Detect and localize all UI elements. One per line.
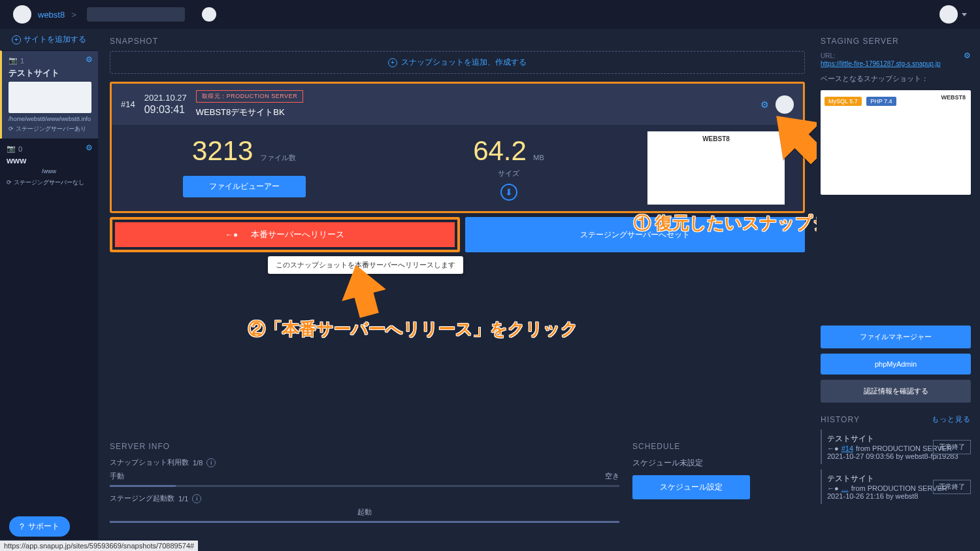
- files-label: ファイル数: [260, 154, 296, 161]
- snapshot-card[interactable]: #14 2021.10.27 09:03:41 取得元：PRODUCTION S…: [110, 82, 805, 213]
- staging-thumbnail: MySQL 5.7 PHP 7.4 WEBST8: [821, 90, 971, 195]
- size-unit: MB: [533, 154, 544, 161]
- snapshot-header: #14 2021.10.27 09:03:41 取得元：PRODUCTION S…: [112, 84, 803, 125]
- file-viewer-button[interactable]: ファイルビューアー: [183, 176, 306, 197]
- release-button[interactable]: ←● 本番サーバーへリリース: [115, 222, 455, 247]
- gear-icon[interactable]: ⚙: [86, 143, 93, 152]
- release-arrow-icon: ←●: [225, 230, 238, 239]
- breadcrumb-current-blurred: [87, 7, 185, 22]
- site-item-title: テストサイト: [8, 67, 91, 79]
- info-icon[interactable]: i: [192, 494, 201, 503]
- schedule-settings-button[interactable]: スケジュール設定: [632, 475, 750, 499]
- size-value: 64.2: [473, 135, 527, 166]
- history-section: HISTORY もっと見る テストサイト ←● #14 from PRODUCT…: [821, 414, 971, 504]
- breadcrumb-chevron: >: [71, 10, 76, 20]
- annotation-arrow-1: [771, 107, 817, 169]
- metric-size: 64.2 MBサイズ ⬇: [376, 125, 641, 211]
- gear-icon[interactable]: ⚙: [760, 99, 769, 110]
- url-label: URL:: [821, 52, 836, 59]
- label-boot: 起動: [110, 507, 619, 517]
- snapshot-id: #14: [121, 99, 135, 109]
- camera-count: 📷1: [8, 56, 91, 65]
- size-label: サイズ: [498, 169, 519, 177]
- app-logo-icon: [13, 5, 31, 24]
- gear-icon[interactable]: ⚙: [86, 55, 93, 64]
- history-label: HISTORY: [821, 415, 860, 424]
- annotation-text-2: ②「本番サーバーへリリース」をクリック: [248, 318, 578, 341]
- site-item-title: www: [7, 156, 91, 165]
- camera-icon: 📷: [8, 56, 18, 65]
- breadcrumb-site[interactable]: webst8: [38, 10, 65, 20]
- status-badge: 正常終了: [933, 440, 971, 454]
- base-snapshot-label: ベースとなるスナップショット：: [821, 74, 971, 84]
- snap-usage-val: 1/8: [193, 459, 203, 467]
- thumb-brand: WEBST8: [941, 94, 966, 101]
- history-arrow-icon: ←●: [827, 484, 839, 492]
- badge-mysql: MySQL 5.7: [825, 97, 862, 106]
- snapshot-body: 3213 ファイル数 ファイルビューアー 64.2 MBサイズ ⬇ WEBST8: [112, 125, 803, 211]
- phpmyadmin-button[interactable]: phpMyAdmin: [821, 354, 971, 375]
- history-link[interactable]: #14: [841, 444, 853, 452]
- add-site-button[interactable]: + サイトを追加する: [0, 29, 98, 50]
- schedule-label: SCHEDULE: [632, 442, 750, 451]
- staging-label: STAGING SERVER: [821, 37, 971, 46]
- snapshot-preview: WEBST8: [647, 131, 785, 205]
- label-empty: 空き: [605, 471, 619, 481]
- label-manual: 手動: [110, 471, 124, 481]
- support-button[interactable]: ? サポート: [9, 516, 70, 537]
- question-icon: ?: [20, 522, 24, 531]
- snapshot-date: 2021.10.27: [144, 93, 187, 103]
- staging-boot-val: 1/1: [178, 495, 188, 503]
- server-info-label: SERVER INFO: [110, 442, 619, 451]
- history-link[interactable]: …: [841, 484, 849, 492]
- user-menu-caret-icon[interactable]: [962, 13, 967, 16]
- history-item[interactable]: テストサイト ←● #14 from PRODUCTION SERVER 202…: [821, 429, 971, 464]
- file-manager-button[interactable]: ファイルマネージャー: [821, 326, 971, 348]
- history-item[interactable]: テストサイト ←● … from PRODUCTION SERVER 2021-…: [821, 469, 971, 504]
- release-label: 本番サーバーへリリース: [251, 229, 344, 241]
- info-icon[interactable]: i: [206, 458, 216, 467]
- site-item-test[interactable]: ⚙ 📷1 テストサイト /home/webst8/www/webst8.info…: [0, 50, 98, 139]
- site-thumbnail: [8, 82, 91, 113]
- svg-marker-1: [334, 259, 391, 321]
- user-avatar[interactable]: [939, 5, 958, 24]
- site-path: /home/webst8/www/webst8.info: [8, 116, 91, 122]
- staging-boot-bar: [110, 521, 619, 523]
- download-icon[interactable]: ⬇: [500, 184, 517, 201]
- secondary-avatar[interactable]: [202, 7, 216, 22]
- snapshot-title: WEBST8デモサイトBK: [196, 107, 303, 118]
- snap-usage-label: スナップショット利用数: [110, 458, 189, 467]
- add-snapshot-button[interactable]: + スナップショットを追加、作成する: [110, 51, 805, 74]
- snapshot-time: 09:03:41: [144, 103, 187, 116]
- add-snapshot-label: スナップショットを追加、作成する: [401, 57, 527, 68]
- staging-status: ⟳ ステージングサーバーなし: [7, 178, 91, 187]
- snapshot-source-badge: 取得元：PRODUCTION SERVER: [196, 90, 303, 103]
- history-arrow-icon: ←●: [827, 444, 839, 452]
- schedule-status: スケジュール未設定: [632, 458, 750, 469]
- status-badge: 正常終了: [933, 480, 971, 494]
- staging-boot-label: ステージング起動数: [110, 493, 174, 503]
- staging-url-link[interactable]: https://little-fire-17961287.stg-s.snapu…: [821, 60, 971, 67]
- metric-files: 3213 ファイル数 ファイルビューアー: [112, 125, 376, 211]
- annotation-text-1: ① 復元したいスナップショットをクリック: [634, 212, 817, 235]
- snap-usage-bar: [110, 485, 619, 487]
- camera-count: 📷0: [7, 144, 91, 153]
- plus-icon: +: [12, 35, 21, 44]
- plus-icon: +: [388, 58, 397, 67]
- badge-php: PHP 7.4: [866, 97, 896, 106]
- site-path: /www: [7, 168, 91, 175]
- browser-statusbar: https://app.snapup.jp/sites/59593669/sna…: [0, 541, 198, 551]
- site-item-www[interactable]: ⚙ 📷0 www /www ⟳ ステージングサーバーなし: [0, 139, 98, 192]
- topbar: webst8 >: [0, 0, 980, 29]
- section-snapshot-label: SNAPSHOT: [110, 37, 805, 46]
- release-highlight: ←● 本番サーバーへリリース: [110, 217, 460, 252]
- main-content: SNAPSHOT + スナップショットを追加、作成する #14 2021.10.…: [98, 29, 817, 539]
- annotation-arrow-2: [340, 264, 385, 319]
- history-more-link[interactable]: もっと見る: [932, 414, 971, 424]
- staging-status: ⟳ ステージングサーバーあり: [8, 125, 91, 133]
- gear-icon[interactable]: ⚙: [964, 51, 971, 60]
- camera-icon: 📷: [7, 144, 16, 153]
- staging-panel: STAGING SERVER URL: ⚙ https://little-fir…: [817, 29, 980, 539]
- auth-info-button[interactable]: 認証情報を確認する: [821, 380, 971, 403]
- add-site-label: サイトを追加する: [24, 34, 86, 45]
